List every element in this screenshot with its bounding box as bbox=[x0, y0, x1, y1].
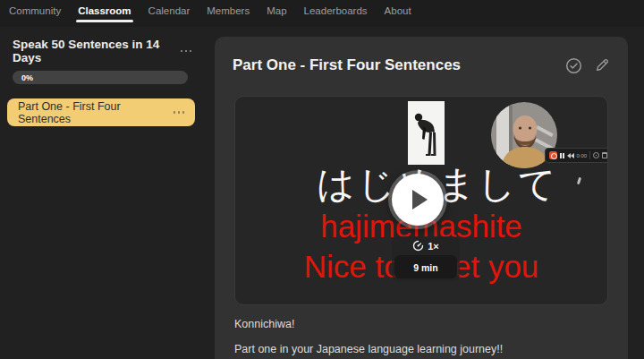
course-progress-bar: 0% bbox=[13, 71, 188, 84]
lesson-description: Konnichiwa! Part one in your Japanese la… bbox=[234, 318, 610, 355]
course-menu-button[interactable] bbox=[179, 47, 194, 56]
sidebar-lesson-part-one[interactable]: Part One - First Four Sentences bbox=[7, 98, 195, 126]
record-stop-icon bbox=[549, 151, 557, 159]
nav-item-leaderboards[interactable]: Leaderboards bbox=[304, 5, 368, 21]
rewind-icon bbox=[567, 153, 574, 158]
lesson-video-player[interactable]: 0:00 はじめまして hajimemashite Nice to meet y… bbox=[234, 96, 608, 305]
lesson-card: Part One - First Four Sentences bbox=[215, 37, 628, 359]
course-progress-label: 0% bbox=[21, 73, 33, 82]
crosshair-icon bbox=[593, 152, 599, 158]
description-line: Part one in your Japanese language learn… bbox=[234, 343, 610, 355]
nav-item-map[interactable]: Map bbox=[267, 5, 286, 21]
speed-gauge-icon bbox=[412, 240, 424, 252]
mark-complete-icon[interactable] bbox=[565, 57, 582, 74]
playback-speed-label: 1× bbox=[428, 241, 439, 252]
nav-item-classroom[interactable]: Classroom bbox=[78, 5, 131, 21]
duration-badge: 9 min bbox=[394, 255, 457, 278]
course-title: Speak 50 Sentences in 14 Days bbox=[13, 38, 179, 64]
lesson-menu-button[interactable] bbox=[172, 107, 187, 117]
bowing-person-image bbox=[408, 101, 445, 165]
play-button[interactable] bbox=[392, 174, 444, 226]
recorder-time: 0:00 bbox=[577, 153, 588, 158]
lesson-title: Part One - First Four Sentences bbox=[233, 56, 461, 74]
pause-icon bbox=[560, 153, 564, 158]
trash-icon bbox=[602, 152, 607, 158]
edit-pencil-icon[interactable] bbox=[594, 57, 610, 73]
video-meta-overlay: 1× 9 min bbox=[392, 236, 460, 281]
play-icon bbox=[412, 190, 428, 209]
lesson-item-label: Part One - First Four Sentences bbox=[18, 100, 172, 125]
course-sidebar: Speak 50 Sentences in 14 Days 0% Part On… bbox=[7, 34, 195, 126]
course-header: Speak 50 Sentences in 14 Days bbox=[7, 34, 195, 64]
nav-item-community[interactable]: Community bbox=[9, 5, 61, 21]
lesson-header: Part One - First Four Sentences bbox=[215, 37, 628, 74]
toolbar-divider bbox=[589, 151, 590, 159]
duration-label: 9 min bbox=[413, 262, 437, 273]
top-navigation: Community Classroom Calendar Members Map… bbox=[0, 0, 644, 27]
nav-item-calendar[interactable]: Calendar bbox=[148, 5, 191, 21]
nav-item-about[interactable]: About bbox=[385, 5, 411, 21]
nav-item-members[interactable]: Members bbox=[207, 5, 250, 21]
description-line: Konnichiwa! bbox=[234, 318, 610, 330]
